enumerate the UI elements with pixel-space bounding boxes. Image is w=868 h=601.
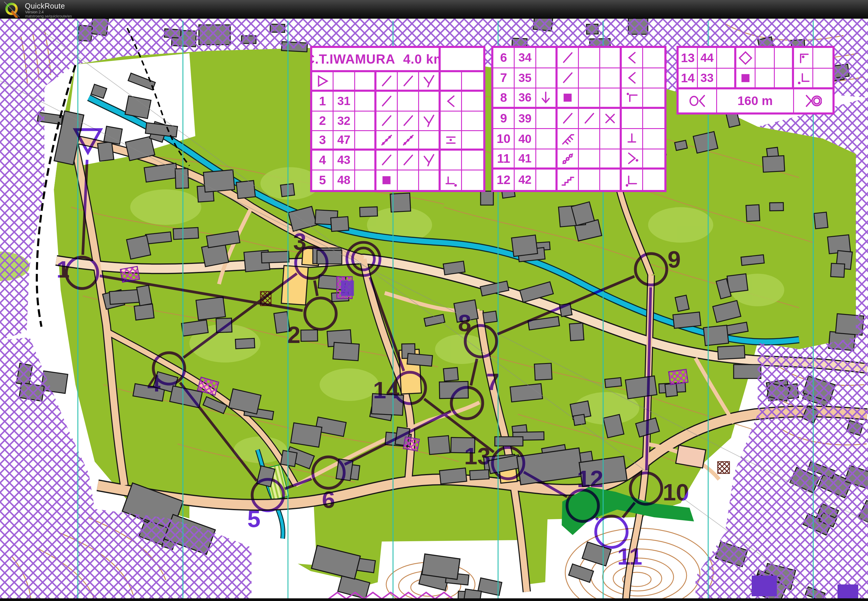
description-cell: 2 (312, 111, 334, 131)
description-cell (441, 111, 462, 131)
description-cell (600, 88, 621, 109)
description-cell (600, 69, 621, 89)
app-url: matstroeng.se/quickroute/en (25, 14, 72, 18)
finish-route-left-symbol (679, 89, 717, 113)
control-code: 43 (337, 153, 351, 166)
description-cell (377, 111, 398, 131)
svg-text:1: 1 (56, 256, 70, 282)
description-cell (755, 69, 775, 89)
start-row-cell (377, 72, 398, 92)
description-cell (536, 88, 558, 109)
description-cell: 11 (493, 149, 515, 170)
description-cell: 48 (334, 171, 355, 190)
description-cell (441, 92, 462, 111)
control-code: 33 (700, 71, 714, 85)
description-cell (558, 69, 579, 89)
description-cell (558, 48, 579, 69)
description-cell: 43 (334, 151, 355, 170)
description-cell: 13 (679, 48, 698, 69)
description-cell (579, 48, 600, 69)
control-number: 2 (319, 114, 326, 128)
svg-text:4: 4 (147, 370, 161, 397)
description-cell (536, 169, 558, 190)
description-cell (536, 48, 558, 69)
control-code: 42 (519, 173, 532, 186)
description-cell (419, 111, 440, 131)
description-cell (419, 151, 440, 170)
description-cell (622, 48, 643, 69)
control-code: 31 (337, 95, 351, 108)
description-cell (600, 129, 621, 149)
description-cell: 39 (515, 109, 536, 129)
control-code: 41 (519, 152, 532, 165)
title-spare-cell (441, 48, 484, 72)
description-cell (622, 169, 643, 190)
description-cell: 4 (312, 151, 334, 170)
description-cell: 34 (515, 48, 536, 69)
description-cell (622, 109, 643, 129)
description-cell (622, 88, 643, 109)
quickroute-logo-icon (3, 1, 20, 18)
description-cell (462, 151, 483, 170)
description-cell (600, 109, 621, 129)
description-cell (579, 149, 600, 170)
description-cell (462, 131, 483, 151)
control-number: 4 (319, 153, 326, 167)
description-cell: 36 (515, 88, 536, 109)
control-code: 44 (700, 51, 714, 64)
control-descriptions-sheet-2: 634735836939104011411242 (491, 46, 667, 192)
control-number: 6 (500, 50, 507, 65)
description-cell (398, 171, 419, 190)
course-title: C.T.IWAMURA 4.0 km (312, 48, 441, 72)
description-cell (579, 169, 600, 190)
description-cell (794, 48, 813, 69)
description-cell (775, 48, 794, 69)
description-cell (600, 48, 621, 69)
control-code: 35 (519, 71, 532, 85)
description-cell (622, 129, 643, 149)
description-cell (600, 149, 621, 170)
description-cell: 32 (334, 111, 355, 131)
description-cell (462, 111, 483, 131)
svg-text:13: 13 (464, 443, 491, 469)
description-cell (558, 88, 579, 109)
finish-distance: 160 m (717, 89, 794, 113)
description-cell (398, 111, 419, 131)
description-cell (813, 48, 833, 69)
finish-route-right-symbol (794, 89, 833, 113)
description-cell (377, 171, 398, 190)
control-number: 10 (497, 132, 511, 146)
description-cell (643, 129, 664, 149)
description-cell (643, 109, 664, 129)
description-cell (398, 151, 419, 170)
description-cell (579, 129, 600, 149)
control-number: 9 (500, 111, 507, 125)
description-cell (419, 92, 440, 111)
control-number: 5 (319, 173, 326, 187)
svg-text:5: 5 (247, 506, 261, 532)
description-cell: 9 (493, 109, 515, 129)
start-row-cell (355, 72, 377, 92)
control-code: 48 (337, 173, 351, 187)
description-cell (355, 111, 377, 131)
description-cell: 42 (515, 169, 536, 190)
control-number: 1 (319, 94, 326, 108)
description-cell (441, 131, 462, 151)
description-cell (355, 151, 377, 170)
description-cell (775, 69, 794, 89)
description-cell (441, 171, 462, 190)
start-row-cell (419, 72, 440, 92)
description-cell (536, 109, 558, 129)
description-cell (622, 149, 643, 170)
quickroute-window: { "app": { "name": "QuickRoute", "versio… (0, 0, 868, 601)
svg-text:3: 3 (293, 229, 307, 255)
description-cell: 12 (493, 169, 515, 190)
control-number: 11 (497, 151, 510, 166)
description-cell (813, 69, 833, 89)
control-code: 47 (337, 133, 351, 146)
description-cell (643, 69, 664, 89)
description-cell (579, 88, 600, 109)
app-version: Version 2.4 (25, 10, 44, 14)
control-code: 39 (519, 112, 532, 125)
description-cell (600, 169, 621, 190)
